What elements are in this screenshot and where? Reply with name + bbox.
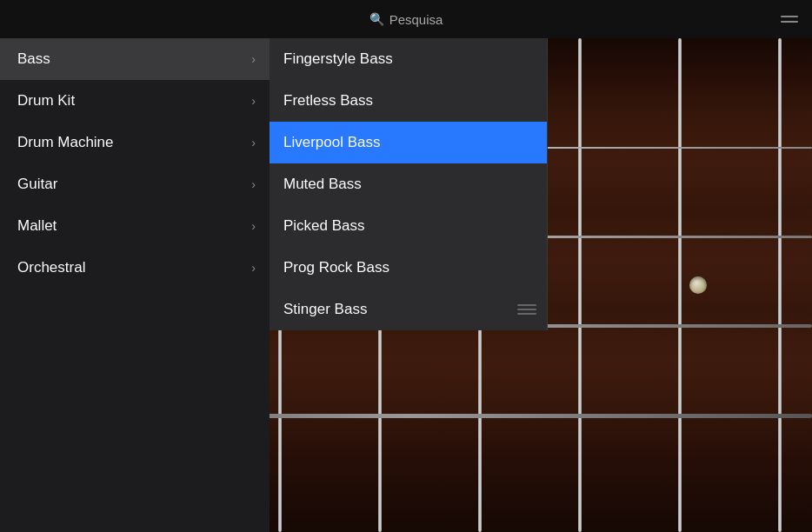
dropdown-item-stinger-bass-label: Stinger Bass [283, 301, 367, 318]
fret-6 [678, 38, 682, 532]
scroll-indicator [517, 304, 536, 315]
sidebar-item-drum-machine-label: Drum Machine [17, 134, 114, 151]
chevron-right-icon: › [251, 219, 256, 233]
sidebar-item-mallet[interactable]: Mallet › [0, 205, 270, 247]
top-bar: 🔍 Pesquisa [0, 0, 812, 38]
sidebar-item-drum-machine[interactable]: Drum Machine › [0, 122, 270, 163]
search-box[interactable]: 🔍 Pesquisa [369, 12, 443, 27]
dropdown-item-prog-rock-bass[interactable]: Prog Rock Bass [270, 247, 547, 289]
dropdown-item-fretless-bass[interactable]: Fretless Bass [270, 80, 547, 122]
dropdown-item-picked-bass[interactable]: Picked Bass [270, 205, 547, 247]
sidebar-item-guitar-label: Guitar [17, 176, 57, 193]
fret-marker-3 [689, 276, 707, 294]
dropdown-item-liverpool-bass[interactable]: Liverpool Bass [270, 122, 547, 163]
dropdown-item-muted-bass-label: Muted Bass [283, 176, 362, 193]
sidebar-item-bass-label: Bass [17, 50, 50, 68]
dropdown-item-prog-rock-bass-label: Prog Rock Bass [283, 259, 389, 276]
sidebar-item-bass[interactable]: Bass › [0, 38, 270, 80]
dropdown-item-fingerstyle-bass-label: Fingerstyle Bass [283, 50, 393, 68]
menu-icon[interactable] [781, 16, 798, 23]
dropdown-item-stinger-bass[interactable]: Stinger Bass [270, 289, 547, 330]
sidebar: Bass › Drum Kit › Drum Machine › Guitar … [0, 38, 270, 532]
search-label: Pesquisa [389, 12, 443, 27]
sidebar-item-mallet-label: Mallet [17, 217, 57, 235]
sidebar-item-orchestral-label: Orchestral [17, 259, 85, 276]
chevron-right-icon: › [251, 52, 256, 66]
chevron-right-icon: › [251, 177, 256, 191]
sidebar-item-orchestral[interactable]: Orchestral › [0, 247, 270, 289]
main-content: Bass › Drum Kit › Drum Machine › Guitar … [0, 38, 812, 532]
dropdown-item-picked-bass-label: Picked Bass [283, 217, 365, 235]
dropdown-item-muted-bass[interactable]: Muted Bass [270, 163, 547, 205]
search-icon: 🔍 [369, 12, 384, 26]
sidebar-item-drum-kit[interactable]: Drum Kit › [0, 80, 270, 122]
chevron-right-icon: › [251, 94, 256, 108]
sidebar-item-drum-kit-label: Drum Kit [17, 92, 75, 110]
dropdown-panel: Fingerstyle Bass Fretless Bass Liverpool… [270, 38, 548, 330]
dropdown-item-liverpool-bass-label: Liverpool Bass [283, 134, 381, 151]
fret-5 [578, 38, 582, 532]
dropdown-item-fingerstyle-bass[interactable]: Fingerstyle Bass [270, 38, 547, 80]
fret-7 [778, 38, 782, 532]
chevron-right-icon: › [251, 261, 256, 275]
dropdown-item-fretless-bass-label: Fretless Bass [283, 92, 373, 110]
sidebar-item-guitar[interactable]: Guitar › [0, 163, 270, 205]
chevron-right-icon: › [251, 136, 256, 150]
